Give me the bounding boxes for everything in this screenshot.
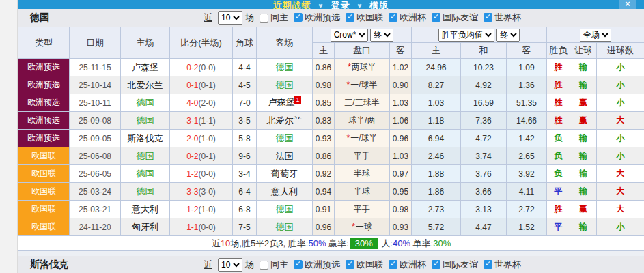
cell-odds-away: 1.03 [390, 147, 412, 165]
avg-odds-group-header: 胜平负均值 终 [412, 27, 547, 43]
cell-score: 1-1(0-0) [170, 218, 233, 236]
cell-avg-draw: 4.72 [461, 130, 507, 147]
single-rate: 30% [433, 238, 451, 248]
filter-controls-2: 近 10 场 同主 欧洲预选欧国联欧洲杯国际友谊世界杯 [204, 258, 521, 272]
cell-corners: 7-5 [233, 218, 257, 236]
competition-checkbox-国际友谊[interactable] [432, 13, 440, 22]
cell-odds-home: 0.86 [313, 147, 335, 165]
competition-checkbox-欧国联[interactable] [346, 260, 354, 269]
cell-score: 0-2(0-1) [170, 147, 233, 165]
match-row: 欧洲预选25-11-15卢森堡0-2(0-0)4-4德国0.86*两球半1.02… [18, 59, 644, 76]
big-rate: 40% [393, 238, 410, 248]
cell-avg-lose: 2.72 [507, 201, 547, 218]
header-avg-draw: 和 [461, 43, 507, 59]
cell-score: 1-2(0-0) [170, 165, 233, 183]
germany-filter-bar: 德国 近 10 场 同主 欧洲预选欧国联欧洲杯国际友谊世界杯 [18, 9, 644, 27]
cell-result: 负 [547, 130, 570, 147]
close-button[interactable]: × [619, 0, 636, 9]
cell-away-team: 卢森堡1 [257, 94, 313, 112]
match-row: 欧洲预选25-09-08德国3-1(1-1)3-5北爱尔兰0.83球半/两1.0… [18, 112, 644, 130]
page-left-margin [0, 0, 18, 273]
competition-label: 欧洲预选 [305, 12, 340, 23]
avg-odds-select[interactable]: 胜平负均值 [438, 29, 494, 42]
layout-link[interactable]: 横版 [369, 0, 389, 9]
cell-handicap: 球半/两 [335, 112, 390, 130]
cell-away-team: 德国 [257, 59, 313, 76]
cell-home-team: 北爱尔兰 [121, 76, 170, 94]
scope-select[interactable]: 全场 [580, 29, 611, 42]
handicap-win-rate-badge: 30% [350, 238, 378, 249]
cell-avg-draw: 4.47 [461, 218, 507, 236]
competition-label: 欧洲预选 [305, 259, 340, 270]
header-corners: 角球 [233, 27, 257, 59]
competition-checkbox-世界杯[interactable] [484, 13, 492, 22]
match-row: 欧洲预选25-10-11德国4-0(2-0)7-0卢森堡10.85三/三球半1.… [18, 94, 644, 112]
same-home-checkbox-2[interactable] [260, 261, 268, 270]
match-row: 欧国联25-06-05德国1-2(0-0)3-4葡萄牙0.92半球0.971.8… [18, 165, 644, 183]
cell-handicap: 平手 [335, 147, 390, 165]
cell-league: 欧国联 [18, 201, 70, 218]
cell-odds-away: 0.96 [390, 130, 412, 147]
same-home-checkbox[interactable] [260, 14, 268, 23]
team-name-slovakia: 斯洛伐克 [30, 259, 68, 271]
cell-away-team: 德国 [257, 76, 313, 94]
bookmaker-select[interactable]: Crow* [331, 29, 368, 42]
cell-odds-home: 0.96 [313, 218, 335, 236]
cell-date: 25-09-05 [70, 130, 121, 147]
competition-checkbox-欧洲预选[interactable] [294, 13, 303, 22]
cell-avg-lose: 1.52 [507, 218, 547, 236]
bookmaker-period-select[interactable]: 终 [370, 29, 393, 42]
cell-avg-win: 1.86 [412, 183, 461, 201]
section-gap [18, 251, 644, 256]
win-rate: 50% [308, 238, 326, 248]
star-marker: * [348, 62, 351, 72]
cell-avg-lose: 14.66 [507, 112, 547, 130]
cell-avg-win: 5.72 [412, 218, 461, 236]
cell-home-team: 德国 [121, 94, 170, 112]
cell-away-team: 德国 [257, 130, 313, 147]
cell-result: 胜 [547, 201, 570, 218]
header-handicap: 盘口 [335, 43, 390, 59]
cell-result: 平 [547, 218, 570, 236]
cell-handicap-result: 输 [570, 76, 597, 94]
cell-avg-draw: 16.59 [461, 94, 507, 112]
matches-unit-label-2: 场 [245, 259, 254, 271]
cell-avg-lose: 3.92 [507, 165, 547, 183]
cell-avg-win: 24.96 [412, 59, 461, 76]
competition-checkbox-欧国联[interactable] [346, 13, 354, 22]
recent-link[interactable]: 近 [204, 12, 212, 24]
matches-count-select[interactable]: 10 [218, 11, 242, 25]
header-score: 比分(半场) [170, 27, 233, 59]
scope-group-header: 全场 [547, 27, 644, 43]
cell-result: 负 [547, 147, 570, 165]
cell-goals: 大 [597, 112, 644, 130]
competition-checkbox-世界杯[interactable] [484, 260, 492, 269]
cell-avg-lose: 2.65 [507, 147, 547, 165]
competition-checkbox-国际友谊[interactable] [432, 260, 440, 269]
cell-handicap-result: 输 [570, 165, 597, 183]
cell-league: 欧国联 [18, 218, 70, 236]
cell-away-team: 意大利 [257, 183, 313, 201]
avg-period-select[interactable]: 终 [496, 29, 520, 42]
competition-checkbox-欧洲杯[interactable] [389, 13, 397, 22]
match-row: 欧国联24-11-20匈牙利1-1(0-0)7-5德国0.96*一球0.935.… [18, 218, 644, 236]
cell-handicap: 半球 [335, 183, 390, 201]
competition-label: 欧国联 [356, 259, 383, 270]
login-link[interactable]: 登录 [331, 0, 350, 9]
cell-handicap-result: 赢 [570, 201, 597, 218]
competition-checkbox-欧洲杯[interactable] [389, 260, 397, 269]
cell-avg-win: 6.94 [412, 130, 461, 147]
competition-filters-2: 欧洲预选欧国联欧洲杯国际友谊世界杯 [288, 259, 521, 271]
cell-league: 欧洲预选 [18, 94, 70, 112]
cell-date: 25-09-08 [70, 112, 121, 130]
cell-home-team: 德国 [121, 112, 170, 130]
cell-league: 欧国联 [18, 165, 70, 183]
matches-count-select-2[interactable]: 10 [218, 258, 242, 272]
header-away: 客场 [257, 27, 313, 59]
cell-result: 胜 [547, 112, 570, 130]
competition-checkbox-欧洲预选[interactable] [294, 260, 303, 269]
cell-goals: 大 [597, 183, 644, 201]
recent-link-2[interactable]: 近 [204, 259, 212, 271]
cell-handicap: 三/三球半 [335, 94, 390, 112]
cell-avg-draw: 3.76 [461, 165, 507, 183]
